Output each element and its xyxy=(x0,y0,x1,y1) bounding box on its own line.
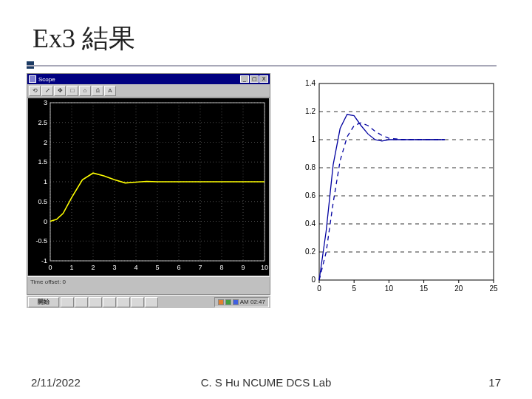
footer: 2/11/2022 C. S Hu NCUME DCS Lab 17 xyxy=(0,376,532,389)
title-rule xyxy=(27,64,497,67)
svg-text:2.5: 2.5 xyxy=(38,119,47,126)
svg-text:-1: -1 xyxy=(41,257,47,265)
svg-text:0.8: 0.8 xyxy=(305,163,316,171)
svg-text:1: 1 xyxy=(69,264,73,271)
scope-toolbar: ⟲ ⤢ ✥ □ ⌂ ⎙ A xyxy=(27,84,270,98)
svg-text:0.6: 0.6 xyxy=(305,191,316,200)
scope-window: Scope _ ▢ X ⟲ ⤢ ✥ □ ⌂ ⎙ A 012345678910-1… xyxy=(27,73,270,295)
svg-text:6: 6 xyxy=(177,264,180,271)
toolbar-button[interactable]: A xyxy=(104,86,116,96)
svg-text:15: 15 xyxy=(420,284,429,293)
toolbar-button[interactable]: ✥ xyxy=(54,86,66,96)
tray-clock: AM 02:47 xyxy=(240,299,265,305)
svg-text:0.2: 0.2 xyxy=(305,248,316,256)
svg-text:-0.5: -0.5 xyxy=(35,237,47,245)
svg-text:1.2: 1.2 xyxy=(305,107,316,115)
svg-text:25: 25 xyxy=(489,284,498,293)
svg-text:2: 2 xyxy=(44,139,47,146)
svg-rect-67 xyxy=(319,83,494,280)
titlebar[interactable]: Scope _ ▢ X xyxy=(27,74,270,84)
start-button[interactable]: 開始 xyxy=(28,297,59,307)
task-button[interactable] xyxy=(117,297,130,307)
svg-text:5: 5 xyxy=(155,264,159,271)
taskbar: 開始 AM 02:47 xyxy=(27,295,270,308)
scope-plot: 012345678910-1-0.500.511.522.53 xyxy=(28,98,269,276)
svg-text:1: 1 xyxy=(311,135,316,143)
system-tray[interactable]: AM 02:47 xyxy=(214,297,269,307)
svg-text:3: 3 xyxy=(112,264,116,271)
content-area: Scope _ ▢ X ⟲ ⤢ ✥ □ ⌂ ⎙ A 012345678910-1… xyxy=(27,73,499,354)
footer-page: 17 xyxy=(488,376,501,389)
svg-text:0: 0 xyxy=(311,276,316,284)
window-title: Scope xyxy=(38,76,55,83)
footer-credit: C. S Hu NCUME DCS Lab xyxy=(201,376,332,389)
close-button[interactable]: X xyxy=(259,75,268,83)
svg-text:1.5: 1.5 xyxy=(38,158,47,166)
task-button[interactable] xyxy=(145,297,158,307)
svg-text:0.4: 0.4 xyxy=(305,219,316,228)
svg-text:0: 0 xyxy=(44,218,47,225)
task-button[interactable] xyxy=(61,297,74,307)
svg-text:1.4: 1.4 xyxy=(305,79,316,87)
svg-text:10: 10 xyxy=(385,284,394,293)
tray-icon xyxy=(225,299,231,305)
svg-text:20: 20 xyxy=(454,284,463,293)
svg-text:3: 3 xyxy=(44,99,47,106)
matlab-figure: 00.20.40.60.811.21.40510152025 xyxy=(294,76,501,298)
scope-status: Time offset: 0 xyxy=(27,276,270,287)
svg-text:7: 7 xyxy=(198,264,202,271)
footer-date: 2/11/2022 xyxy=(31,376,81,389)
tray-icon xyxy=(218,299,224,305)
svg-text:9: 9 xyxy=(241,264,245,271)
svg-text:1: 1 xyxy=(44,178,47,185)
slide-title: Ex3 結果 xyxy=(27,21,505,57)
toolbar-button[interactable]: □ xyxy=(66,86,78,96)
toolbar-button[interactable]: ⌂ xyxy=(79,86,91,96)
app-icon xyxy=(29,75,36,83)
svg-text:0: 0 xyxy=(317,284,321,293)
svg-text:4: 4 xyxy=(134,264,137,271)
task-button[interactable] xyxy=(131,297,144,307)
minimize-button[interactable]: _ xyxy=(240,75,249,83)
task-button[interactable] xyxy=(75,297,88,307)
toolbar-button[interactable]: ⎙ xyxy=(92,86,103,96)
svg-text:0: 0 xyxy=(48,264,52,271)
toolbar-button[interactable]: ⟲ xyxy=(29,86,41,96)
svg-text:10: 10 xyxy=(261,264,268,271)
maximize-button[interactable]: ▢ xyxy=(250,75,259,83)
svg-text:8: 8 xyxy=(219,264,223,271)
svg-text:0.5: 0.5 xyxy=(38,198,47,205)
toolbar-button[interactable]: ⤢ xyxy=(41,86,53,96)
svg-text:5: 5 xyxy=(352,284,356,293)
task-button[interactable] xyxy=(103,297,116,307)
task-button[interactable] xyxy=(89,297,102,307)
svg-text:2: 2 xyxy=(91,264,95,271)
tray-icon xyxy=(233,299,239,305)
